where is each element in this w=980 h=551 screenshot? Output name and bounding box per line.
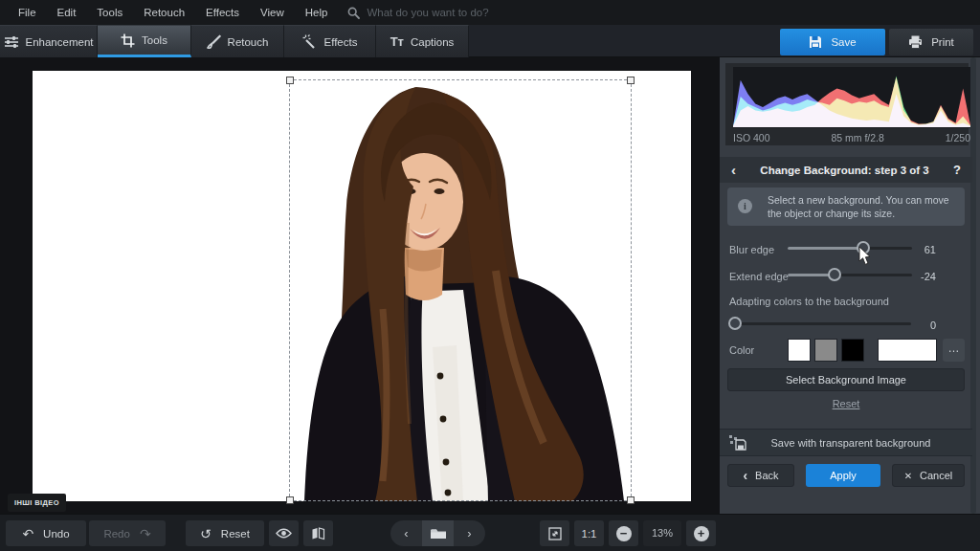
- step-title: Change Background: step 3 of 3: [747, 165, 942, 176]
- reset-button[interactable]: ↺ Reset: [186, 520, 264, 546]
- tab-captions[interactable]: Tт Captions: [376, 25, 469, 57]
- menu-effects[interactable]: Effects: [195, 0, 250, 25]
- close-icon: ✕: [904, 471, 912, 481]
- zoom-in-button[interactable]: +: [686, 520, 716, 546]
- blur-edge-label: Blur edge: [729, 244, 774, 255]
- tab-tools[interactable]: Tools: [98, 25, 191, 57]
- zoom-out-button[interactable]: −: [609, 520, 638, 546]
- chevron-left-icon: ‹: [743, 468, 747, 483]
- save-transparent-button[interactable]: Save with transparent background: [720, 429, 972, 456]
- photo-editor-window: File Edit Tools Retouch Effects View Hel…: [0, 0, 980, 551]
- adapt-colors-slider[interactable]: [729, 317, 911, 330]
- zoom-level: 13%: [643, 520, 681, 546]
- select-background-image-button[interactable]: Select Background Image: [727, 368, 965, 391]
- menu-retouch[interactable]: Retouch: [133, 0, 195, 25]
- search-icon: [347, 7, 360, 19]
- search-input[interactable]: What do you want to do?: [347, 7, 488, 19]
- info-box: i Select a new background. You can move …: [727, 187, 965, 226]
- sliders-icon: [4, 35, 19, 49]
- tab-enhancement[interactable]: Enhancement: [0, 25, 98, 57]
- selection-marquee[interactable]: [289, 79, 632, 501]
- back-label: Back: [755, 470, 778, 481]
- save-button[interactable]: Save: [780, 29, 885, 55]
- adapt-colors-knob[interactable]: [728, 317, 742, 330]
- reset-icon: ↺: [200, 526, 212, 541]
- tab-effects[interactable]: Effects: [284, 25, 376, 57]
- print-button[interactable]: Print: [889, 29, 973, 55]
- bottom-toolbar: ↶ Undo Redo ↷ ↺ Reset ‹ › 1:1: [0, 514, 980, 551]
- selection-handle-bottom-right[interactable]: [627, 496, 635, 504]
- before-after-button[interactable]: [303, 520, 333, 546]
- color-swatch-gray[interactable]: [814, 339, 837, 362]
- menu-view[interactable]: View: [250, 0, 295, 25]
- redo-label: Redo: [103, 528, 130, 540]
- brush-icon: [207, 34, 221, 49]
- reset-label: Reset: [221, 528, 250, 540]
- one-to-one-label: 1:1: [582, 528, 597, 540]
- extend-edge-knob[interactable]: [828, 268, 841, 281]
- color-swatch-black[interactable]: [841, 339, 864, 362]
- selection-handle-top-left[interactable]: [286, 77, 294, 84]
- tab-label: Enhancement: [26, 36, 94, 48]
- shutter-value: 1/250: [946, 132, 970, 145]
- extend-edge-slider[interactable]: [788, 268, 912, 281]
- reset-link[interactable]: Reset: [720, 398, 972, 409]
- menu-bar: File Edit Tools Retouch Effects View Hel…: [0, 0, 980, 25]
- selection-handle-bottom-left[interactable]: [286, 496, 294, 504]
- menu-tools[interactable]: Tools: [86, 0, 133, 25]
- video-overlay-label[interactable]: ІНШІ ВІДЕО: [8, 494, 66, 512]
- undo-icon: ↶: [22, 526, 33, 541]
- info-text: Select a new background. You can move th…: [768, 193, 961, 220]
- current-color-swatch[interactable]: [878, 339, 937, 362]
- selection-handle-top-right[interactable]: [627, 77, 635, 84]
- photo-navigator: ‹ ›: [390, 520, 485, 546]
- magic-wand-icon: [302, 34, 318, 49]
- save-label: Save: [831, 36, 856, 48]
- info-icon: i: [738, 199, 752, 213]
- adapt-colors-value: 0: [898, 320, 936, 331]
- undo-label: Undo: [43, 528, 70, 540]
- lens-value: 85 mm f/2.8: [770, 132, 946, 145]
- back-chevron-icon[interactable]: ‹: [720, 162, 747, 178]
- compare-icon: [311, 527, 325, 540]
- previous-photo-button[interactable]: ‹: [390, 520, 422, 546]
- change-background-panel: ISO 400 85 mm f/2.8 1/250 ‹ Change Backg…: [720, 57, 980, 514]
- tab-label: Effects: [324, 36, 358, 48]
- cancel-button[interactable]: ✕ Cancel: [892, 464, 965, 487]
- tab-label: Tools: [142, 34, 167, 46]
- extend-edge-value: -24: [898, 271, 936, 282]
- undo-button[interactable]: ↶ Undo: [6, 520, 86, 546]
- actual-size-button[interactable]: 1:1: [574, 520, 604, 546]
- preview-original-button[interactable]: [269, 520, 299, 546]
- histogram-box: ISO 400 85 mm f/2.8 1/250: [725, 63, 969, 145]
- eye-icon: [276, 528, 292, 539]
- extend-edge-label: Extend edge: [729, 271, 789, 282]
- menu-help[interactable]: Help: [295, 0, 339, 25]
- redo-icon: ↷: [140, 526, 151, 541]
- exif-info: ISO 400 85 mm f/2.8 1/250: [733, 132, 970, 145]
- iso-value: ISO 400: [733, 132, 770, 145]
- color-swatch-white[interactable]: [788, 339, 811, 362]
- open-folder-button[interactable]: [422, 520, 454, 546]
- search-placeholder: What do you want to do?: [367, 7, 488, 18]
- redo-button[interactable]: Redo ↷: [89, 520, 166, 546]
- tab-retouch[interactable]: Retouch: [191, 25, 284, 57]
- more-colors-button[interactable]: …: [943, 339, 965, 362]
- menu-file[interactable]: File: [8, 0, 47, 25]
- blur-edge-slider[interactable]: [788, 241, 912, 254]
- folder-icon: [431, 528, 446, 540]
- back-button[interactable]: ‹ Back: [727, 464, 794, 487]
- apply-button[interactable]: Apply: [806, 464, 880, 487]
- step-header: ‹ Change Background: step 3 of 3 ?: [720, 157, 972, 183]
- menu-edit[interactable]: Edit: [47, 0, 87, 25]
- printer-icon: [908, 35, 923, 49]
- save-transparent-label: Save with transparent background: [746, 437, 955, 449]
- plus-icon: +: [694, 526, 709, 541]
- mouse-cursor: [858, 247, 872, 266]
- apply-label: Apply: [830, 470, 857, 481]
- help-icon[interactable]: ?: [942, 163, 972, 177]
- minus-icon: −: [616, 526, 632, 541]
- next-photo-button[interactable]: ›: [454, 520, 485, 546]
- fit-to-screen-button[interactable]: [540, 520, 569, 546]
- tab-label: Retouch: [228, 36, 269, 48]
